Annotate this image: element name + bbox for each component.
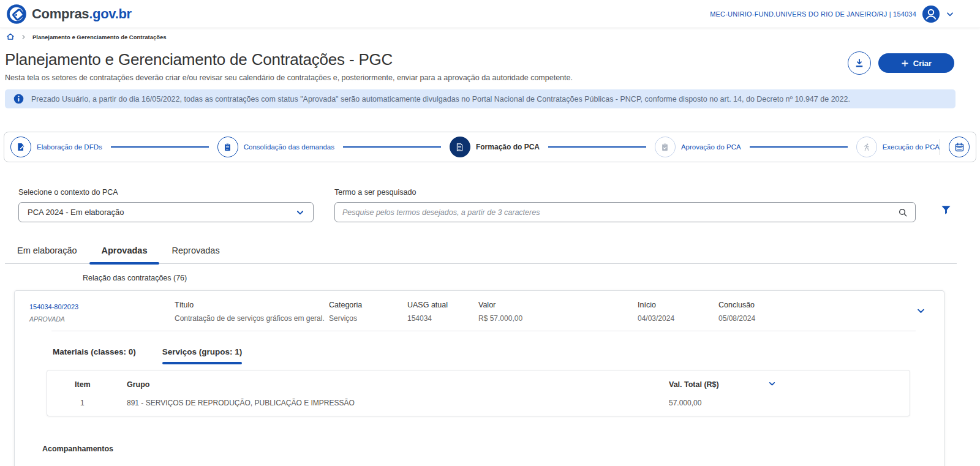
calendar-icon (954, 142, 965, 152)
calendar-button[interactable] (949, 137, 970, 157)
uasg-value: 154034 (407, 314, 478, 323)
titulo-label: Título (175, 301, 329, 309)
step-execucao-pca[interactable]: Execução do PCA (856, 137, 940, 157)
contract-id-link[interactable]: 154034-80/2023 (29, 303, 78, 310)
col-valor: Valor R$ 57.000,00 (478, 301, 638, 323)
step-label: Elaboração de DFDs (37, 143, 102, 151)
sort-chevron-down-icon[interactable] (767, 378, 777, 391)
cell-grupo: 891 - SERVIÇOS DE REPRODUÇÃO, PUBLICAÇÃO… (127, 399, 669, 407)
tab-reprovadas[interactable]: Reprovadas (159, 241, 232, 263)
compras-gov-logo[interactable]: Compras.gov.br (6, 4, 132, 24)
breadcrumb: Planejamento e Gerenciamento de Contrata… (0, 28, 980, 45)
search-icon[interactable] (898, 208, 908, 217)
collapse-row-chevron-up-icon[interactable] (914, 304, 928, 320)
titulo-value: Contratação de de serviços gráficos em g… (175, 314, 329, 323)
valor-label: Valor (478, 301, 638, 309)
contract-count-label: Relação das contratações (76) (83, 274, 980, 282)
col-categoria: Categoria Serviços (329, 301, 407, 323)
runner-icon (856, 137, 877, 157)
download-button[interactable] (848, 51, 871, 75)
subtab-servicos[interactable]: Serviços (grupos: 1) (162, 347, 243, 364)
vertical-divider (940, 139, 940, 155)
acompanhamentos-label: Acompanhamentos (42, 445, 944, 453)
page-title: Planejamento e Gerenciamento de Contrata… (5, 50, 573, 69)
categoria-value: Serviços (329, 314, 407, 323)
filters-section: Selecione o contexto do PCA PCA 2024 - E… (18, 188, 956, 222)
brand-govbr: .gov.br (89, 6, 132, 21)
home-icon[interactable] (6, 32, 15, 41)
items-table: Item Grupo Val. Total (R$) 1 891 - SERVI… (47, 370, 910, 416)
col-uasg: UASG atual 154034 (407, 301, 478, 323)
categoria-label: Categoria (329, 301, 407, 309)
cell-val-total: 57.000,00 (669, 399, 767, 407)
col-inicio: Início 04/03/2024 (638, 301, 718, 323)
inicio-value: 04/03/2024 (638, 314, 718, 323)
user-menu-chevron-down-icon[interactable] (946, 10, 954, 18)
step-label: Execução do PCA (883, 143, 940, 151)
header-item: Item (75, 380, 127, 389)
filter-funnel-icon (940, 204, 952, 216)
step-aprovacao-pca[interactable]: Aprovação do PCA (655, 137, 741, 157)
document-icon (450, 137, 470, 157)
valor-value: R$ 57.000,00 (478, 314, 638, 323)
info-icon (13, 94, 24, 104)
step-consolidacao-demandas[interactable]: Consolidação das demandas (217, 137, 334, 157)
pca-stepper: Elaboração de DFDs Consolidação das dema… (4, 132, 976, 162)
contract-card: 154034-80/2023 APROVADA Título Contrataç… (14, 290, 944, 466)
info-banner: Prezado Usuário, a partir do dia 16/05/2… (5, 89, 956, 108)
step-connector (343, 146, 441, 148)
title-section: Planejamento e Gerenciamento de Contrata… (0, 45, 980, 82)
inicio-label: Início (638, 301, 718, 309)
chevron-right-icon (21, 34, 26, 40)
status-tabs: Em elaboração Aprovadas Reprovadas (5, 241, 957, 264)
subtab-materiais[interactable]: Materiais (classes: 0) (53, 347, 136, 364)
step-label: Aprovação do PCA (681, 143, 741, 151)
step-connector (111, 146, 209, 148)
org-name: MEC-UNIRIO-FUND.UNIVERS DO RIO DE JANEIR… (710, 10, 916, 18)
tab-aprovadas[interactable]: Aprovadas (89, 241, 160, 263)
chevron-down-icon (296, 208, 304, 217)
criar-button-label: Criar (913, 59, 932, 68)
filter-button[interactable] (937, 200, 956, 221)
uasg-label: UASG atual (407, 301, 478, 309)
criar-button[interactable]: Criar (878, 53, 954, 73)
item-subtabs: Materiais (classes: 0) Serviços (grupos:… (53, 347, 944, 364)
download-icon (854, 58, 865, 69)
header-val-total: Val. Total (R$) (669, 380, 767, 389)
brand-text: Compras.gov.br (32, 6, 132, 22)
step-elaboracao-dfds[interactable]: Elaboração de DFDs (10, 137, 102, 157)
step-formacao-pca[interactable]: Formação do PCA (450, 137, 540, 157)
search-term-label: Termo a ser pesquisado (334, 188, 916, 197)
step-label: Consolidação das demandas (244, 143, 334, 151)
search-term-field: Termo a ser pesquisado (334, 188, 916, 222)
breadcrumb-current[interactable]: Planejamento e Gerenciamento de Contrata… (32, 34, 167, 40)
top-bar: Compras.gov.br MEC-UNIRIO-FUND.UNIVERS D… (0, 0, 980, 28)
pca-context-value: PCA 2024 - Em elaboração (28, 208, 124, 217)
page-subtitle: Nesta tela os setores de contratações de… (5, 73, 573, 82)
stepper-right (940, 137, 970, 157)
user-area: MEC-UNIRIO-FUND.UNIVERS DO RIO DE JANEIR… (710, 6, 954, 23)
step-label: Formação do PCA (476, 143, 540, 151)
pca-context-label: Selecione o contexto do PCA (18, 188, 314, 197)
info-banner-text: Prezado Usuário, a partir do dia 16/05/2… (31, 95, 850, 103)
user-avatar-icon[interactable] (922, 6, 940, 23)
conclusao-value: 05/08/2024 (718, 314, 914, 323)
items-table-row: 1 891 - SERVIÇOS DE REPRODUÇÃO, PUBLICAÇ… (47, 396, 910, 416)
plus-icon (901, 59, 909, 67)
header-grupo: Grupo (127, 380, 669, 389)
tab-em-elaboracao[interactable]: Em elaboração (5, 241, 89, 263)
status-badge: APROVADA (29, 315, 175, 323)
search-input[interactable] (342, 208, 898, 217)
contract-id-block: 154034-80/2023 APROVADA (29, 301, 175, 323)
clipboard-check-icon (655, 137, 676, 157)
cell-item: 1 (75, 399, 127, 407)
document-edit-icon (10, 137, 31, 157)
search-box (334, 202, 916, 222)
step-connector (548, 146, 646, 148)
pca-context-select[interactable]: PCA 2024 - Em elaboração (18, 202, 314, 222)
items-table-header: Item Grupo Val. Total (R$) (47, 370, 910, 396)
compras-logo-icon (6, 4, 27, 24)
pca-context-field: Selecione o contexto do PCA PCA 2024 - E… (18, 188, 314, 222)
col-conclusao: Conclusão 05/08/2024 (718, 301, 914, 323)
clipboard-icon (217, 137, 238, 157)
